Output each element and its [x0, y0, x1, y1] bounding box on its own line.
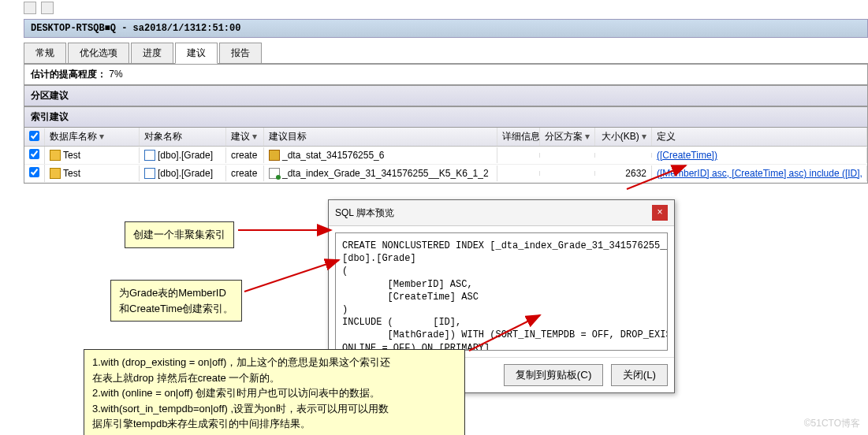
- col-size[interactable]: 大小(KB) ▾: [595, 128, 652, 146]
- col-detail[interactable]: 详细信息: [497, 128, 540, 146]
- section-partition[interactable]: 分区建议: [24, 85, 868, 106]
- arrow-annotation: [244, 260, 339, 292]
- close-icon[interactable]: ×: [652, 205, 668, 221]
- col-obj[interactable]: 对象名称: [140, 128, 226, 146]
- database-icon: [50, 150, 61, 161]
- estimate-bar: 估计的提高程度： 7%: [24, 64, 868, 85]
- tab-progress[interactable]: 进度: [131, 43, 173, 63]
- row-checkbox[interactable]: [29, 149, 39, 159]
- col-rec[interactable]: 建议 ▾: [226, 128, 264, 146]
- tab-recommendations[interactable]: 建议: [175, 43, 218, 64]
- col-db[interactable]: 数据库名称 ▾: [45, 128, 140, 146]
- recommendations-grid: 数据库名称 ▾ 对象名称 建议 ▾ 建议目标 详细信息 分区方案 ▾ 大小(KB…: [24, 128, 868, 184]
- tool-icon-1[interactable]: [24, 2, 36, 14]
- tool-icon-2[interactable]: [41, 2, 54, 14]
- col-def[interactable]: 定义: [652, 128, 867, 146]
- watermark: ©51CTO博客: [804, 417, 860, 430]
- tab-reports[interactable]: 报告: [219, 43, 262, 63]
- header-checkbox[interactable]: [29, 131, 39, 141]
- tab-general[interactable]: 常规: [24, 43, 66, 63]
- callout-nonclustered: 创建一个非聚集索引: [125, 221, 234, 248]
- estimate-label: 估计的提高程度：: [31, 69, 106, 80]
- col-part[interactable]: 分区方案 ▾: [540, 128, 595, 146]
- window-title: DESKTOP-RTSQB■Q - sa2018/1/1312:51:00: [24, 19, 868, 38]
- definition-link[interactable]: ([CreateTime]): [652, 147, 867, 163]
- close-button[interactable]: 关闭(L): [611, 364, 668, 386]
- definition-link[interactable]: ([MemberID] asc, [CreateTime] asc) inclu…: [652, 165, 867, 181]
- dialog-title: SQL 脚本预览: [335, 206, 394, 220]
- table-icon: [144, 150, 155, 161]
- section-index[interactable]: 索引建议: [24, 106, 868, 128]
- table-row[interactable]: Test [dbo].[Grade] create _dta_index_Gra…: [24, 165, 867, 183]
- tabbar: 常规 优化选项 进度 建议 报告: [24, 43, 868, 64]
- index-icon: [269, 168, 280, 179]
- row-checkbox[interactable]: [29, 167, 39, 177]
- table-row[interactable]: Test [dbo].[Grade] create _dta_stat_3415…: [24, 147, 867, 165]
- database-icon: [50, 168, 61, 179]
- col-target[interactable]: 建议目标: [264, 128, 497, 146]
- copy-button[interactable]: 复制到剪贴板(C): [504, 364, 604, 386]
- tab-tuning-options[interactable]: 优化选项: [68, 43, 129, 63]
- statistics-icon: [269, 150, 280, 161]
- table-icon: [144, 168, 155, 179]
- grid-header: 数据库名称 ▾ 对象名称 建议 ▾ 建议目标 详细信息 分区方案 ▾ 大小(KB…: [24, 128, 867, 147]
- estimate-value: 7%: [109, 69, 122, 80]
- callout-with-options: 1.with (drop_existing = on|off)，加上这个的意思是…: [84, 349, 465, 435]
- callout-grade-columns: 为Grade表的MemberID 和CreateTime创建索引。: [110, 280, 242, 322]
- sql-code[interactable]: CREATE NONCLUSTERED INDEX [_dta_index_Gr…: [335, 232, 668, 351]
